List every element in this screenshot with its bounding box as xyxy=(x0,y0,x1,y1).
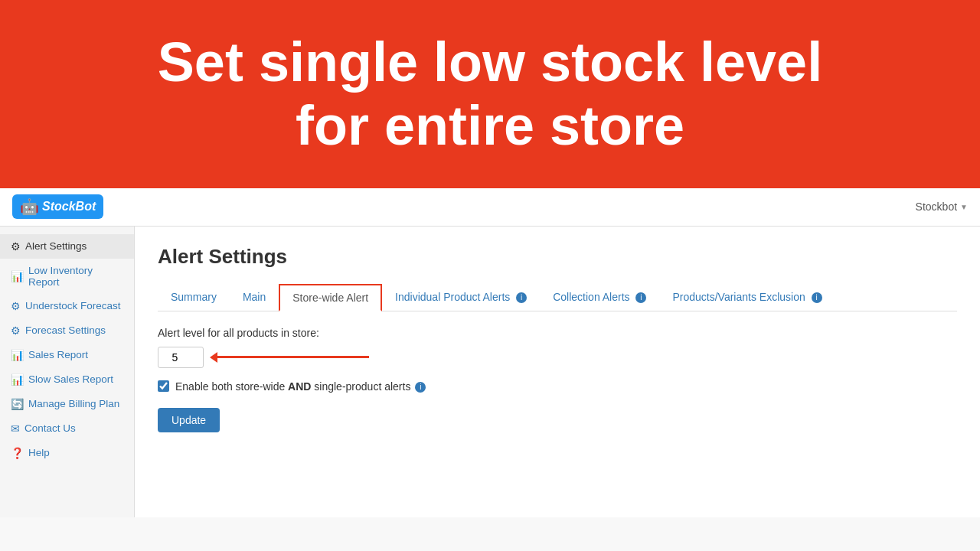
sidebar-item-label: Contact Us xyxy=(24,422,76,434)
sidebar-item-label: Alert Settings xyxy=(25,240,87,252)
billing-icon: 🔄 xyxy=(11,398,24,410)
bar-chart-icon: 📊 xyxy=(11,270,24,282)
sidebar-item-label: Sales Report xyxy=(28,349,88,360)
app-header: 🤖 StockBot Stockbot ▼ xyxy=(0,188,980,227)
hero-banner: Set single low stock level for entire st… xyxy=(0,0,980,188)
sidebar-item-low-inventory-report[interactable]: 📊 Low Inventory Report xyxy=(0,259,134,294)
arrow-indicator xyxy=(216,356,369,358)
tab-summary[interactable]: Summary xyxy=(158,284,230,311)
tab-collection-alerts[interactable]: Collection Alerts i xyxy=(540,284,659,311)
main-content: Alert Settings Summary Main Store-wide A… xyxy=(135,227,980,517)
sidebar-item-forecast-settings[interactable]: ⚙ Forecast Settings xyxy=(0,318,134,343)
logo-text: StockBot xyxy=(42,200,96,214)
sidebar-item-manage-billing[interactable]: 🔄 Manage Billing Plan xyxy=(0,392,134,416)
tab-individual-product-alerts[interactable]: Individual Product Alerts i xyxy=(382,284,540,311)
info-icon: i xyxy=(415,382,426,393)
sidebar-item-label: Manage Billing Plan xyxy=(28,398,119,409)
envelope-icon: ✉ xyxy=(11,422,20,435)
user-menu[interactable]: Stockbot ▼ xyxy=(916,201,968,213)
chevron-down-icon: ▼ xyxy=(960,203,968,211)
gear-icon: ⚙ xyxy=(11,324,21,337)
enable-both-alerts-label: Enable both store-wide AND single-produc… xyxy=(175,380,426,393)
logo-robot-icon: 🤖 xyxy=(20,197,39,216)
sidebar-item-slow-sales-report[interactable]: 📊 Slow Sales Report xyxy=(0,367,134,392)
store-wide-alert-form: Alert level for all products in store: E… xyxy=(158,327,957,432)
alert-level-label: Alert level for all products in store: xyxy=(158,327,957,339)
hero-title: Set single low stock level for entire st… xyxy=(15,31,965,158)
bar-chart-icon: 📊 xyxy=(11,349,24,361)
logo[interactable]: 🤖 StockBot xyxy=(12,194,103,219)
update-button[interactable]: Update xyxy=(158,408,220,432)
tab-store-wide-alert[interactable]: Store-wide Alert xyxy=(279,284,382,311)
bar-chart-icon: 📊 xyxy=(11,373,24,386)
app-body: ⚙ Alert Settings 📊 Low Inventory Report … xyxy=(0,227,980,517)
sidebar-item-label: Understock Forecast xyxy=(25,300,121,311)
sidebar-item-label: Help xyxy=(28,447,50,458)
logo-area: 🤖 StockBot xyxy=(12,194,103,219)
sidebar-item-label: Forecast Settings xyxy=(25,324,106,336)
sidebar: ⚙ Alert Settings 📊 Low Inventory Report … xyxy=(0,227,135,517)
gear-icon: ⚙ xyxy=(11,300,21,312)
tab-products-variants-exclusion[interactable]: Products/Variants Exclusion i xyxy=(659,284,835,311)
info-icon: i xyxy=(812,292,822,303)
alert-level-input-row xyxy=(158,347,957,368)
arrow-line xyxy=(216,356,369,358)
sidebar-item-help[interactable]: ❓ Help xyxy=(0,441,134,465)
sidebar-item-sales-report[interactable]: 📊 Sales Report xyxy=(0,343,134,367)
help-icon: ❓ xyxy=(11,447,24,459)
enable-both-alerts-row: Enable both store-wide AND single-produc… xyxy=(158,380,957,393)
gear-icon: ⚙ xyxy=(11,240,21,253)
user-label: Stockbot xyxy=(916,201,957,213)
sidebar-item-alert-settings[interactable]: ⚙ Alert Settings xyxy=(0,234,134,259)
sidebar-item-understock-forecast[interactable]: ⚙ Understock Forecast xyxy=(0,294,134,318)
tabs: Summary Main Store-wide Alert Individual… xyxy=(158,284,957,311)
info-icon: i xyxy=(516,292,527,303)
enable-both-alerts-checkbox[interactable] xyxy=(158,380,169,392)
sidebar-item-label: Low Inventory Report xyxy=(28,265,123,288)
alert-level-input[interactable] xyxy=(158,347,204,368)
info-icon: i xyxy=(635,292,646,303)
page-title: Alert Settings xyxy=(158,245,957,269)
sidebar-item-contact-us[interactable]: ✉ Contact Us xyxy=(0,416,134,441)
sidebar-item-label: Slow Sales Report xyxy=(28,373,113,385)
tab-main[interactable]: Main xyxy=(230,284,279,311)
